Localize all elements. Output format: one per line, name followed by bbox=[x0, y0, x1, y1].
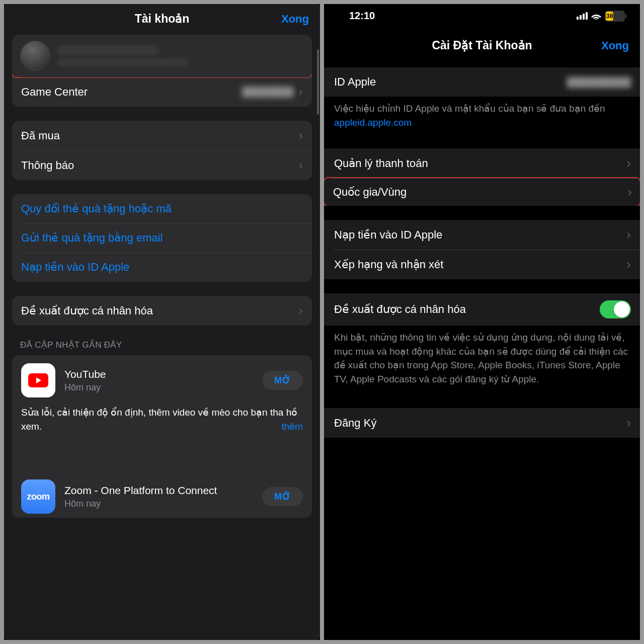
appleid-row[interactable]: ID Apple ██████████ bbox=[324, 67, 640, 97]
row-label: Game Center bbox=[21, 86, 242, 99]
subscriptions-row[interactable]: Đăng Ký › bbox=[324, 408, 640, 438]
purchased-row[interactable]: Đã mua › bbox=[12, 121, 312, 150]
nav-header: Tài khoản Xong bbox=[4, 4, 320, 35]
chevron-right-icon: › bbox=[298, 303, 303, 318]
personalized-footer: Khi bật, những thông tin về việc sử dụng… bbox=[324, 326, 640, 386]
right-screen: 12:10 38 Cài Đặt Tài Khoản Xong ID Apple… bbox=[324, 4, 640, 640]
zoom-icon: zoom bbox=[21, 479, 55, 514]
appleid-section: ID Apple ██████████ bbox=[324, 67, 640, 97]
status-time: 12:10 bbox=[349, 10, 375, 22]
app-sub: Hôm nay bbox=[64, 382, 253, 393]
youtube-icon bbox=[21, 363, 55, 397]
zoom-update: zoom Zoom - One Platform to Connect Hôm … bbox=[12, 471, 312, 518]
left-screen: Tài khoản Xong Game Center ████████ › Đã… bbox=[4, 4, 320, 640]
country-row[interactable]: Quốc gia/Vùng › bbox=[324, 177, 640, 206]
row-label: Quản lý thanh toán bbox=[334, 157, 621, 170]
row-label: Quy đổi thẻ quà tặng hoặc mã bbox=[21, 202, 303, 215]
row-label: Đã mua bbox=[21, 129, 293, 142]
chevron-right-icon: › bbox=[298, 84, 303, 100]
row-label: Nạp tiền vào ID Apple bbox=[334, 228, 621, 242]
open-button[interactable]: Mở bbox=[262, 487, 303, 506]
chevron-right-icon: › bbox=[626, 227, 631, 243]
youtube-update: YouTube Hôm nay Mở Sửa lỗi, cải thiện độ… bbox=[12, 355, 312, 442]
personalized-section: Đề xuất được cá nhân hóa bbox=[324, 293, 640, 326]
gift-section: Quy đổi thẻ quà tặng hoặc mã Gửi thẻ quà… bbox=[12, 194, 312, 282]
add-funds-row[interactable]: Nạp tiền vào ID Apple › bbox=[324, 220, 640, 250]
done-button[interactable]: Xong bbox=[281, 13, 309, 26]
profile-section: Game Center ████████ › bbox=[12, 35, 312, 107]
page-title: Cài Đặt Tài Khoản bbox=[432, 39, 532, 52]
more-link[interactable]: thêm bbox=[282, 420, 303, 434]
update-description: Sửa lỗi, cải thiện độ ổn định, thêm vide… bbox=[21, 406, 303, 433]
wifi-icon bbox=[591, 12, 602, 20]
done-button[interactable]: Xong bbox=[601, 39, 629, 52]
notifications-row[interactable]: Thông báo › bbox=[12, 150, 312, 180]
updates-section: YouTube Hôm nay Mở Sửa lỗi, cải thiện độ… bbox=[12, 355, 312, 518]
row-label: ID Apple bbox=[334, 75, 567, 89]
profile-name-blur bbox=[57, 46, 158, 55]
row-label: Nạp tiền vào ID Apple bbox=[21, 261, 303, 274]
profile-row[interactable] bbox=[12, 35, 312, 78]
payment-section: Quản lý thanh toán › Quốc gia/Vùng › bbox=[324, 148, 640, 206]
avatar bbox=[20, 41, 50, 71]
redeem-row[interactable]: Quy đổi thẻ quà tặng hoặc mã bbox=[12, 194, 312, 223]
payment-row[interactable]: Quản lý thanh toán › bbox=[324, 148, 640, 178]
app-name: Zoom - One Platform to Connect bbox=[64, 484, 253, 497]
battery-icon: 38 bbox=[605, 11, 625, 22]
chevron-right-icon: › bbox=[298, 128, 303, 143]
chevron-right-icon: › bbox=[298, 157, 303, 173]
open-button[interactable]: Mở bbox=[262, 371, 303, 390]
cellular-icon bbox=[577, 12, 588, 20]
row-label: Đề xuất được cá nhân hóa bbox=[334, 303, 600, 316]
status-bar: 12:10 38 bbox=[324, 4, 640, 24]
appleid-value-blur: ██████████ bbox=[567, 77, 631, 88]
profile-sub-blur bbox=[57, 59, 188, 66]
gamecenter-value-blur: ████████ bbox=[242, 87, 293, 97]
row-label: Đề xuất được cá nhân hóa bbox=[21, 304, 293, 317]
funds-section: Nạp tiền vào ID Apple › Xếp hạng và nhận… bbox=[324, 220, 640, 279]
personalized-row[interactable]: Đề xuất được cá nhân hóa › bbox=[12, 296, 312, 326]
personalized-toggle-row: Đề xuất được cá nhân hóa bbox=[324, 293, 640, 326]
personalized-toggle[interactable] bbox=[600, 300, 631, 318]
chevron-right-icon: › bbox=[626, 415, 631, 431]
gamecenter-row[interactable]: Game Center ████████ › bbox=[12, 77, 312, 107]
row-label: Đăng Ký bbox=[334, 417, 621, 430]
row-label: Thông báo bbox=[21, 159, 293, 172]
ratings-row[interactable]: Xếp hạng và nhận xét › bbox=[324, 250, 640, 279]
add-funds-row[interactable]: Nạp tiền vào ID Apple bbox=[12, 253, 312, 282]
send-gift-row[interactable]: Gửi thẻ quà tặng bằng email bbox=[12, 223, 312, 253]
app-name: YouTube bbox=[64, 368, 253, 381]
personalized-section: Đề xuất được cá nhân hóa › bbox=[12, 296, 312, 326]
row-label: Quốc gia/Vùng bbox=[333, 186, 622, 199]
chevron-right-icon: › bbox=[626, 257, 631, 272]
appleid-link[interactable]: appleid.apple.com bbox=[334, 117, 412, 128]
chevron-right-icon: › bbox=[627, 184, 632, 200]
app-sub: Hôm nay bbox=[64, 499, 253, 509]
appleid-footer: Việc hiệu chỉnh ID Apple và mật khẩu của… bbox=[324, 97, 640, 129]
row-label: Gửi thẻ quà tặng bằng email bbox=[21, 231, 303, 245]
updates-header: ĐÃ CẬP NHẬT GẦN ĐÂY bbox=[4, 340, 320, 355]
nav-header: Cài Đặt Tài Khoản Xong bbox=[324, 24, 640, 67]
purchases-section: Đã mua › Thông báo › bbox=[12, 121, 312, 180]
chevron-right-icon: › bbox=[626, 155, 631, 171]
subscriptions-section: Đăng Ký › bbox=[324, 408, 640, 438]
row-label: Xếp hạng và nhận xét bbox=[334, 258, 621, 271]
scrollbar[interactable] bbox=[317, 49, 319, 115]
page-title: Tài khoản bbox=[135, 12, 190, 26]
